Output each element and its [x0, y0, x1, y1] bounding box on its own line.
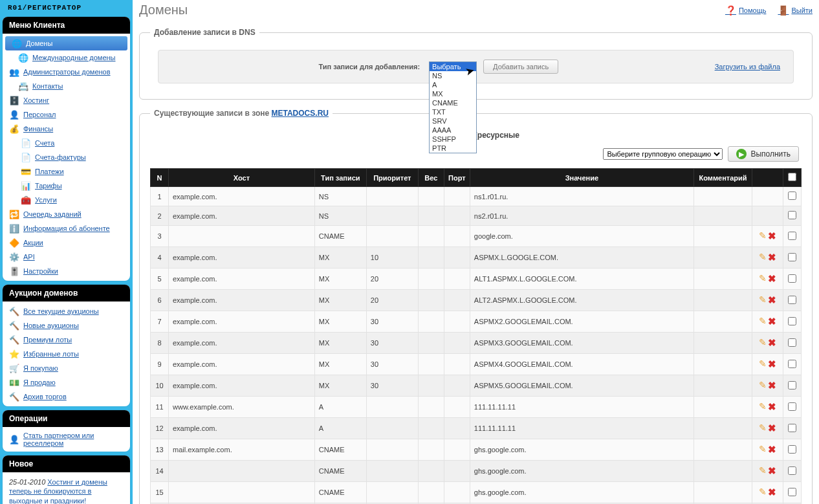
sidebar-item[interactable]: 🧰Услуги [3, 193, 130, 207]
delete-icon[interactable]: ✖ [768, 358, 776, 370]
menu-label: Стать партнером или реселлером [23, 432, 125, 447]
edit-icon[interactable]: ✎ [759, 316, 767, 327]
sidebar-item[interactable]: 🔨Архив торгов [3, 389, 130, 404]
delete-icon[interactable]: ✖ [768, 337, 776, 349]
row-checkbox[interactable] [788, 296, 796, 304]
delete-icon[interactable]: ✖ [768, 230, 776, 242]
edit-icon[interactable]: ✎ [759, 337, 767, 349]
edit-icon[interactable]: ✎ [759, 230, 767, 242]
cell-actions: ✎✖ [752, 375, 783, 397]
row-checkbox[interactable] [788, 488, 796, 496]
dropdown-option[interactable]: SSHFP [430, 135, 476, 144]
row-checkbox[interactable] [788, 402, 796, 411]
cell-host [169, 461, 315, 482]
row-checkbox[interactable] [788, 192, 796, 200]
edit-icon[interactable]: ✎ [759, 401, 767, 413]
row-checkbox[interactable] [788, 211, 796, 219]
delete-icon[interactable]: ✖ [768, 380, 776, 391]
delete-icon[interactable]: ✖ [768, 465, 776, 477]
cell-host: example.com. [169, 354, 315, 375]
sidebar-item[interactable]: ℹ️Информация об абоненте [3, 221, 130, 236]
row-checkbox[interactable] [788, 445, 796, 454]
cell-prio [366, 461, 418, 482]
sidebar-item[interactable]: 🔁Очередь заданий [3, 207, 130, 221]
zone-domain-link[interactable]: METADOCS.RU [272, 109, 329, 118]
sidebar-item[interactable]: 📄Счета-фактуры [3, 150, 130, 164]
dropdown-option[interactable]: NS [430, 71, 476, 80]
sidebar-item[interactable]: 👤Персонал [3, 107, 130, 122]
sidebar-item[interactable]: 🌐Международные домены [3, 50, 130, 65]
dropdown-option[interactable]: A [430, 80, 476, 89]
delete-icon[interactable]: ✖ [768, 444, 776, 455]
dropdown-option[interactable]: PTR [430, 144, 476, 153]
select-all-checkbox[interactable] [788, 173, 796, 181]
sidebar-item[interactable]: 📊Тарифы [3, 179, 130, 193]
row-checkbox[interactable] [788, 253, 796, 261]
sidebar-item[interactable]: 📇Контакты [3, 79, 130, 93]
table-row: 13mail.example.com.CNAMEghs.google.com.✎… [151, 439, 802, 461]
sidebar-item[interactable]: 🎚️Настройки [3, 264, 130, 278]
edit-icon[interactable]: ✎ [759, 487, 767, 498]
edit-icon[interactable]: ✎ [759, 358, 767, 370]
dropdown-option[interactable]: Выбрать [430, 62, 476, 71]
sidebar-item[interactable]: 👤Стать партнером или реселлером [3, 430, 130, 449]
row-checkbox[interactable] [788, 338, 796, 347]
sidebar-item[interactable]: 🔨Новые аукционы [3, 318, 130, 333]
sidebar-item[interactable]: 🔨Все текущие аукционы [3, 304, 130, 318]
help-link[interactable]: ❓ Помощь [725, 5, 767, 16]
edit-icon[interactable]: ✎ [759, 422, 767, 434]
row-checkbox[interactable] [788, 424, 796, 432]
upload-from-file-link[interactable]: Загрузить из файла [715, 63, 780, 71]
row-checkbox[interactable] [788, 317, 796, 325]
sidebar-item[interactable]: ⚙️API [3, 250, 130, 264]
dropdown-option[interactable]: AAAA [430, 126, 476, 135]
sidebar-item[interactable]: 📄Счета [3, 136, 130, 150]
edit-icon[interactable]: ✎ [759, 294, 767, 306]
sidebar-item[interactable]: 🗄️Хостинг [3, 93, 130, 107]
menu-label: Архив торгов [23, 393, 67, 400]
delete-icon[interactable]: ✖ [768, 422, 776, 434]
col-select-all[interactable] [783, 169, 802, 187]
row-checkbox[interactable] [788, 232, 796, 240]
cell-value: ASPMX3.GOOGLEMAIL.COM. [470, 333, 693, 354]
row-checkbox[interactable] [788, 466, 796, 475]
edit-icon[interactable]: ✎ [759, 273, 767, 285]
row-checkbox[interactable] [788, 274, 796, 283]
delete-icon[interactable]: ✖ [768, 252, 776, 263]
delete-icon[interactable]: ✖ [768, 273, 776, 285]
group-operation-select[interactable]: Выберите групповую операцию [603, 148, 723, 160]
delete-icon[interactable]: ✖ [768, 316, 776, 327]
sidebar-item[interactable]: 🔨Премиум лоты [3, 333, 130, 347]
edit-icon[interactable]: ✎ [759, 465, 767, 477]
delete-icon[interactable]: ✖ [768, 294, 776, 306]
edit-icon[interactable]: ✎ [759, 444, 767, 455]
dropdown-option[interactable]: SRV [430, 116, 476, 126]
edit-icon[interactable]: ✎ [759, 380, 767, 391]
sidebar-item[interactable]: 🔶Акции [3, 236, 130, 250]
edit-icon[interactable]: ✎ [759, 252, 767, 263]
cell-checkbox [783, 397, 802, 418]
delete-icon[interactable]: ✖ [768, 401, 776, 413]
logout-link[interactable]: 🚪 Выйти [778, 5, 813, 16]
panel-header: Аукцион доменов [3, 285, 130, 301]
sidebar-item[interactable]: 💳Платежи [3, 164, 130, 179]
sidebar-item[interactable]: 💵Я продаю [3, 375, 130, 389]
execute-button[interactable]: ▶ Выполнить [728, 146, 799, 162]
cell-host [169, 226, 315, 247]
sidebar-item[interactable]: 💰Финансы [3, 122, 130, 136]
cell-value: 111.11.11.11 [470, 397, 693, 418]
sidebar-item[interactable]: 🛒Я покупаю [3, 361, 130, 375]
cell-actions: ✎✖ [752, 482, 783, 503]
dropdown-option[interactable]: MX [430, 89, 476, 98]
add-record-button[interactable]: Добавить запись [483, 60, 558, 74]
sidebar-item[interactable]: ⭐Избранные лоты [3, 347, 130, 361]
sidebar-item[interactable]: 👥Администраторы доменов [3, 65, 130, 79]
dropdown-option[interactable]: CNAME [430, 98, 476, 107]
delete-icon[interactable]: ✖ [768, 487, 776, 498]
row-checkbox[interactable] [788, 381, 796, 389]
table-row: 5example.com.MX20ALT1.ASPMX.L.GOOGLE.COM… [151, 268, 802, 290]
dropdown-option[interactable]: TXT [430, 107, 476, 116]
row-checkbox[interactable] [788, 360, 796, 368]
sidebar-item[interactable]: 🌐Домены [5, 36, 127, 50]
record-type-dropdown[interactable]: ВыбратьNSAMXCNAMETXTSRVAAAASSHFPPTR [429, 61, 477, 153]
